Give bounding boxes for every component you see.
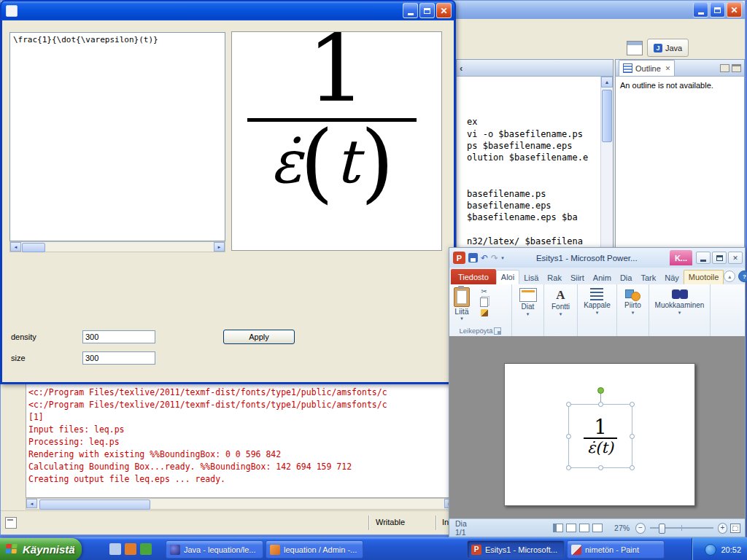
taskbar-button-powerpoint[interactable]: P Esitys1 - Microsoft... bbox=[467, 540, 565, 559]
console-view[interactable]: <c:/Program Files/texlive/2011/texmf-dis… bbox=[26, 383, 456, 498]
latex-source-input[interactable]: \frac{1}{\dot{\varepsilon}(t)} bbox=[9, 32, 225, 241]
scrollbar-thumb[interactable] bbox=[39, 499, 150, 510]
slide-editing-area[interactable]: 1 ε̇(t) bbox=[449, 336, 745, 519]
dialog-launcher-icon[interactable] bbox=[494, 327, 501, 335]
scroll-right-icon[interactable]: ► bbox=[214, 242, 225, 252]
resize-handle[interactable] bbox=[598, 402, 603, 407]
minimize-button[interactable] bbox=[696, 252, 711, 264]
ribbon-tab[interactable]: Rak bbox=[543, 271, 566, 284]
font-group-button[interactable]: A Fontti ▾ bbox=[544, 284, 578, 336]
taskbar-button-paint[interactable]: nimetön - Paint bbox=[567, 540, 665, 559]
scrollbar-thumb[interactable] bbox=[602, 90, 612, 142]
help-icon[interactable]: ? bbox=[738, 271, 747, 282]
fit-to-window-icon[interactable] bbox=[730, 524, 740, 533]
code-editor[interactable]: ex vi -o $basefilename.ps ps $basefilena… bbox=[457, 77, 601, 250]
tray-network-icon[interactable] bbox=[705, 544, 716, 556]
size-input[interactable] bbox=[82, 351, 155, 365]
editor-scrollbar[interactable]: ▲ bbox=[600, 77, 613, 250]
epsilon-dot: ε̇ bbox=[271, 126, 301, 198]
scroll-tabs-left-icon[interactable]: ‹ bbox=[460, 63, 462, 74]
quick-launch-icon[interactable] bbox=[140, 543, 152, 555]
undo-icon[interactable]: ↶ bbox=[481, 253, 488, 263]
zoom-slider[interactable] bbox=[650, 527, 713, 529]
scroll-left-icon[interactable]: ◄ bbox=[26, 499, 37, 508]
minimize-view-button[interactable] bbox=[720, 64, 729, 72]
input-scrollbar[interactable]: ◄ ► bbox=[9, 241, 225, 252]
powerpoint-titlebar[interactable]: P ↶ ↷ ▾ Esitys1 - Microsoft Power... K..… bbox=[449, 248, 745, 268]
editing-group-button[interactable]: Muokkaaminen ▾ bbox=[649, 284, 711, 336]
quick-launch-icon[interactable] bbox=[125, 543, 136, 555]
paste-button[interactable]: Liitä ▾ bbox=[449, 284, 470, 322]
zoom-level[interactable]: 27% bbox=[614, 524, 630, 532]
start-button[interactable]: Käynnistä bbox=[0, 538, 82, 560]
zoom-out-button[interactable]: − bbox=[635, 523, 646, 534]
tab-outline[interactable]: Outline ✕ bbox=[619, 60, 675, 76]
resize-handle[interactable] bbox=[598, 465, 603, 470]
slide-canvas[interactable]: 1 ε̇(t) bbox=[504, 363, 695, 506]
resize-handle[interactable] bbox=[630, 465, 635, 470]
close-tab-icon[interactable]: ✕ bbox=[665, 65, 671, 72]
density-input[interactable] bbox=[82, 330, 155, 343]
slideshow-view-icon[interactable] bbox=[592, 524, 603, 532]
dropdown-icon: ▾ bbox=[678, 310, 681, 316]
maximize-button[interactable] bbox=[712, 252, 727, 264]
resize-handle[interactable] bbox=[566, 402, 571, 407]
maximize-view-button[interactable] bbox=[732, 64, 741, 72]
close-button[interactable]: ✕ bbox=[436, 3, 452, 18]
resize-handle[interactable] bbox=[566, 465, 571, 470]
ribbon-tab[interactable]: Tark bbox=[636, 271, 660, 284]
tab-format-contextual[interactable]: Muotoile bbox=[684, 270, 724, 284]
cut-icon[interactable]: ✂ bbox=[481, 288, 487, 295]
resize-handle[interactable] bbox=[630, 402, 635, 407]
fast-view-icon[interactable] bbox=[5, 517, 17, 529]
open-perspective-icon[interactable] bbox=[627, 41, 643, 55]
rotate-handle[interactable] bbox=[597, 387, 604, 394]
powerpoint-logo-icon[interactable]: P bbox=[453, 252, 465, 264]
ribbon-tab[interactable]: Näy bbox=[660, 271, 684, 284]
editor-tabstrip[interactable]: ‹ bbox=[457, 60, 613, 77]
close-button[interactable]: ✕ bbox=[727, 2, 742, 18]
divider bbox=[436, 516, 436, 530]
apply-button[interactable]: Apply bbox=[223, 330, 295, 344]
scroll-left-icon[interactable]: ◄ bbox=[10, 242, 21, 252]
minimize-ribbon-icon[interactable]: ▴ bbox=[724, 271, 735, 282]
close-icon: ✕ bbox=[440, 6, 447, 16]
ribbon-tab[interactable]: Siirt bbox=[566, 271, 589, 284]
close-button[interactable]: ✕ bbox=[728, 252, 743, 264]
taskbar-button-eclipse[interactable]: Java - lequation/le... bbox=[166, 540, 263, 559]
maximize-button[interactable] bbox=[710, 2, 725, 18]
save-icon[interactable] bbox=[468, 253, 478, 262]
taskbar-clock[interactable]: 20:52 bbox=[721, 545, 741, 554]
ribbon-tab[interactable]: Aloi bbox=[496, 270, 519, 284]
scroll-up-icon[interactable]: ▲ bbox=[601, 77, 613, 88]
scrollbar-thumb[interactable] bbox=[22, 243, 45, 252]
drawing-group-button[interactable]: Piirto ▾ bbox=[617, 284, 649, 336]
maximize-button[interactable] bbox=[419, 3, 435, 18]
console-scrollbar[interactable]: ◄ ► bbox=[26, 498, 456, 510]
resize-handle[interactable] bbox=[566, 434, 571, 439]
ribbon-tab[interactable]: Lisä bbox=[519, 271, 543, 284]
zoom-in-button[interactable]: + bbox=[718, 523, 728, 534]
zoom-slider-thumb[interactable] bbox=[659, 524, 665, 534]
slides-group-button[interactable]: Diat ▾ bbox=[512, 284, 544, 336]
ribbon-tab[interactable]: Dia bbox=[616, 271, 637, 284]
quick-launch-icon[interactable] bbox=[109, 543, 121, 555]
k-language-button[interactable]: K... bbox=[670, 250, 692, 265]
console-line: Creating output file leq.eps ... ready. bbox=[28, 474, 453, 486]
java-perspective-button[interactable]: J Java bbox=[647, 39, 689, 57]
redo-icon[interactable]: ↷ bbox=[491, 253, 498, 263]
resize-handle[interactable] bbox=[630, 434, 635, 439]
taskbar-button-lequation[interactable]: lequation / Admin -... bbox=[266, 540, 363, 559]
paragraph-group-button[interactable]: Kappale ▾ bbox=[578, 284, 617, 336]
tab-file[interactable]: Tiedosto bbox=[451, 269, 496, 284]
ribbon-tab[interactable]: Anim bbox=[589, 271, 616, 284]
copy-icon[interactable] bbox=[480, 298, 488, 307]
reading-view-icon[interactable] bbox=[579, 524, 589, 532]
selected-equation-object[interactable]: 1 ε̇(t) bbox=[568, 404, 632, 468]
lequation-titlebar[interactable]: ✕ bbox=[1, 1, 454, 20]
slide-sorter-view-icon[interactable] bbox=[566, 524, 576, 532]
minimize-button[interactable] bbox=[403, 3, 418, 18]
minimize-button[interactable] bbox=[693, 2, 708, 18]
normal-view-icon[interactable] bbox=[553, 524, 563, 532]
format-painter-icon[interactable] bbox=[481, 309, 488, 316]
